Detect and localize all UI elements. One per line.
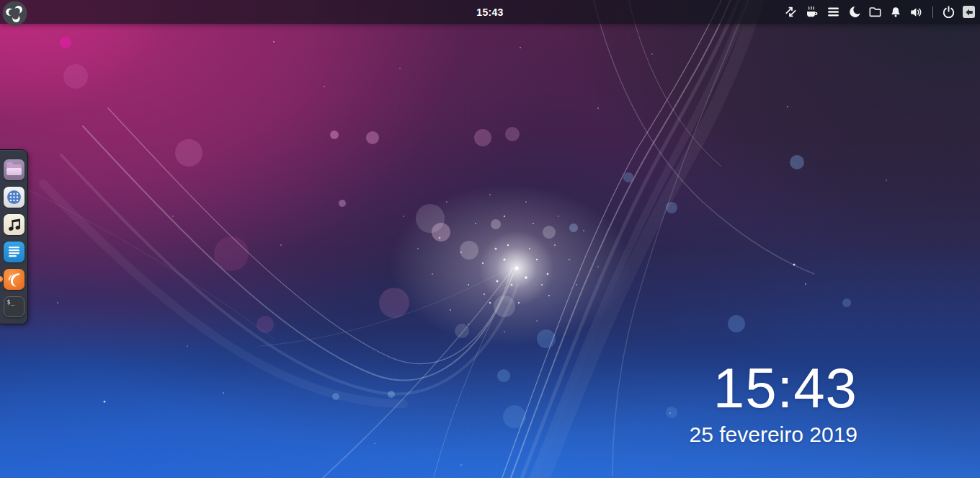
- tray-separator: [932, 6, 933, 18]
- caffeine-cup-icon[interactable]: [805, 5, 819, 19]
- app-grid-icon: [4, 187, 24, 208]
- terminal-prompt-glyph: $_: [7, 299, 16, 306]
- desktop-clock-time: 15:43: [690, 358, 858, 418]
- system-tray: [784, 0, 975, 24]
- menu-icon[interactable]: [827, 5, 840, 19]
- firefox-icon: [4, 269, 24, 290]
- places-folder-icon[interactable]: [868, 5, 882, 19]
- volume-icon[interactable]: [909, 6, 924, 19]
- budgie-menu-button[interactable]: [1, 0, 28, 27]
- power-icon[interactable]: [942, 5, 956, 19]
- notifications-bell-icon[interactable]: [889, 6, 902, 19]
- desktop-clock-widget: 15:43 25 fevereiro 2019: [690, 358, 858, 447]
- desktop-clock-date: 25 fevereiro 2019: [690, 422, 858, 447]
- budgie-logo-icon: [1, 0, 28, 27]
- dock-item-text-editor[interactable]: [4, 242, 24, 262]
- dock-item-terminal[interactable]: $_: [4, 296, 24, 317]
- night-light-moon-icon[interactable]: [847, 5, 861, 19]
- sync-arrows-icon[interactable]: [784, 5, 798, 19]
- text-lines-icon: [4, 242, 24, 262]
- music-note-icon: [4, 214, 24, 235]
- dock-item-firefox[interactable]: [4, 269, 24, 290]
- top-panel: 15:43: [0, 0, 980, 24]
- dock-item-files[interactable]: [4, 159, 24, 180]
- tray-expander-button[interactable]: [963, 6, 975, 18]
- left-arrow-icon: [964, 7, 974, 17]
- dock: $_: [0, 149, 28, 324]
- dock-item-music[interactable]: [4, 214, 24, 235]
- dock-item-app-grid[interactable]: [4, 187, 24, 208]
- desktop: 15:43: [0, 0, 980, 478]
